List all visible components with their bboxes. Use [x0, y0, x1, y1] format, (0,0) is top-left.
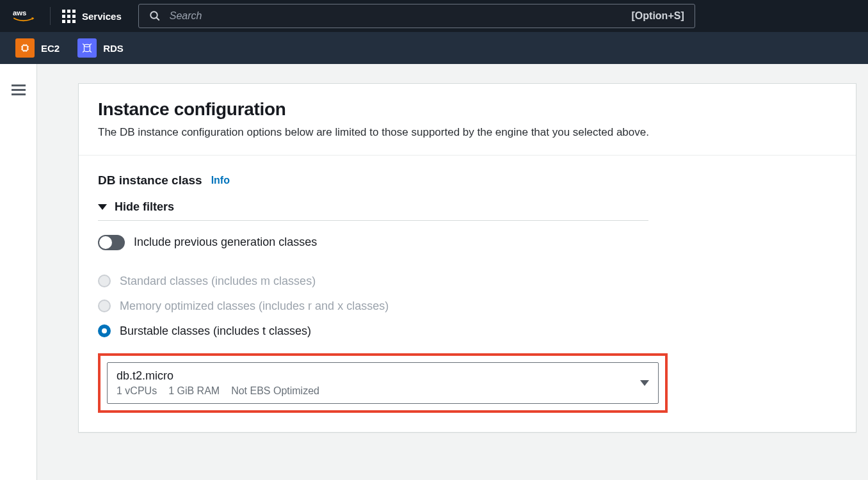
panel-title: Instance configuration	[98, 99, 837, 120]
radio-icon	[98, 275, 111, 287]
instance-select-value: db.t2.micro	[117, 369, 319, 383]
grid-icon	[62, 10, 76, 23]
left-rail	[0, 64, 37, 480]
radio-memory-label: Memory optimized classes (includes r and…	[120, 300, 389, 313]
ec2-icon	[15, 38, 35, 58]
include-prev-gen-toggle[interactable]	[98, 235, 125, 250]
instance-ebs: Not EBS Optimized	[231, 385, 319, 397]
content-area: Instance configuration The DB instance c…	[37, 64, 868, 480]
instance-vcpus: 1 vCPUs	[117, 385, 157, 397]
instance-select-highlight: db.t2.micro 1 vCPUs 1 GiB RAM Not EBS Op…	[98, 353, 668, 413]
keyboard-shortcut-hint: [Option+S]	[632, 10, 684, 22]
radio-burstable-classes[interactable]: Burstable classes (includes t classes)	[98, 324, 837, 338]
instance-config-panel: Instance configuration The DB instance c…	[78, 83, 856, 433]
info-link[interactable]: Info	[211, 175, 230, 186]
svg-text:aws: aws	[13, 9, 26, 17]
panel-description: The DB instance configuration options be…	[98, 125, 837, 141]
radio-standard-classes: Standard classes (includes m classes)	[98, 275, 837, 288]
radio-icon	[98, 300, 111, 312]
services-label: Services	[82, 11, 122, 22]
field-label-row: DB instance class Info	[98, 173, 837, 188]
toggle-knob	[99, 236, 112, 249]
include-prev-gen-row: Include previous generation classes	[98, 235, 837, 250]
svg-point-1	[150, 12, 157, 19]
include-prev-gen-label: Include previous generation classes	[134, 236, 317, 249]
top-nav: aws Services [Option+S]	[0, 0, 868, 32]
shortcut-rds-label: RDS	[103, 43, 124, 54]
search-container: [Option+S]	[138, 4, 695, 28]
instance-select-text: db.t2.micro 1 vCPUs 1 GiB RAM Not EBS Op…	[117, 369, 319, 397]
radio-icon-selected	[98, 324, 111, 337]
service-shortcuts-bar: EC2 RDS	[0, 32, 868, 64]
shortcut-ec2[interactable]: EC2	[15, 38, 60, 58]
svg-point-16	[84, 44, 90, 47]
nav-divider	[50, 7, 51, 25]
db-instance-class-label: DB instance class	[98, 173, 202, 188]
instance-type-select[interactable]: db.t2.micro 1 vCPUs 1 GiB RAM Not EBS Op…	[107, 362, 659, 404]
search-box[interactable]: [Option+S]	[138, 4, 695, 28]
radio-standard-label: Standard classes (includes m classes)	[120, 275, 316, 288]
shortcut-ec2-label: EC2	[41, 43, 60, 54]
search-icon	[149, 10, 161, 22]
aws-logo[interactable]: aws	[13, 8, 38, 24]
radio-memory-classes: Memory optimized classes (includes r and…	[98, 300, 837, 313]
search-input[interactable]	[170, 10, 623, 22]
panel-body: DB instance class Info Hide filters Incl…	[79, 156, 856, 432]
shortcut-rds[interactable]: RDS	[77, 38, 124, 58]
hide-filters-toggle[interactable]: Hide filters	[98, 200, 648, 221]
chevron-down-icon	[98, 204, 107, 210]
panel-header: Instance configuration The DB instance c…	[79, 84, 856, 156]
hamburger-menu-icon[interactable]	[12, 82, 26, 480]
chevron-down-icon	[640, 380, 649, 386]
instance-ram: 1 GiB RAM	[168, 385, 220, 397]
radio-burstable-label: Burstable classes (includes t classes)	[120, 324, 311, 338]
instance-class-radio-group: Standard classes (includes m classes) Me…	[98, 275, 837, 338]
svg-rect-3	[22, 45, 28, 51]
instance-select-details: 1 vCPUs 1 GiB RAM Not EBS Optimized	[117, 385, 319, 397]
svg-line-2	[156, 17, 159, 20]
rds-icon	[77, 38, 97, 58]
hide-filters-label: Hide filters	[115, 200, 174, 214]
main-area: Instance configuration The DB instance c…	[0, 64, 868, 480]
services-menu-button[interactable]: Services	[62, 10, 122, 23]
